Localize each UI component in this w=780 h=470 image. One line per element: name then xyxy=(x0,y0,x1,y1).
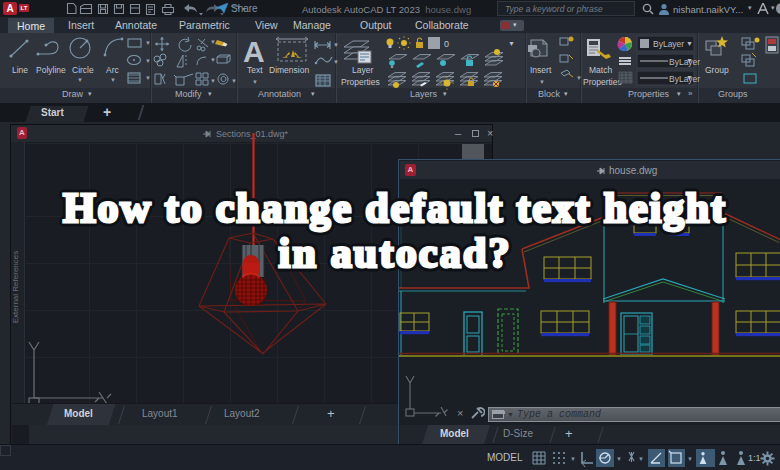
svg-text:»: » xyxy=(688,89,693,98)
svg-text:▼: ▼ xyxy=(570,456,576,462)
svg-text:▼: ▼ xyxy=(576,75,582,81)
svg-text:▼: ▼ xyxy=(686,74,693,81)
svg-text:▼: ▼ xyxy=(77,77,83,83)
svg-text:▼: ▼ xyxy=(638,456,644,462)
svg-text:ByLayer: ByLayer xyxy=(653,39,684,49)
svg-text:▼: ▼ xyxy=(686,57,693,64)
svg-text:▼: ▼ xyxy=(210,57,216,63)
svg-text:▾: ▾ xyxy=(311,90,315,97)
svg-text:▼: ▼ xyxy=(616,456,622,462)
svg-text:Modify: Modify xyxy=(175,89,202,99)
svg-text:▼: ▼ xyxy=(252,79,258,85)
svg-text:▼: ▼ xyxy=(210,78,216,84)
svg-text:ByLayer: ByLayer xyxy=(669,57,700,67)
svg-text:▼: ▼ xyxy=(686,40,693,47)
svg-text:▼: ▼ xyxy=(145,40,151,46)
svg-text:Groups: Groups xyxy=(718,89,748,99)
svg-text:ByLayer: ByLayer xyxy=(669,74,700,84)
svg-text:Match: Match xyxy=(589,65,612,75)
svg-text:Circle: Circle xyxy=(72,65,94,75)
svg-text:▼: ▼ xyxy=(333,59,339,65)
svg-text:Layers: Layers xyxy=(410,89,438,99)
svg-text:▾: ▾ xyxy=(564,90,568,97)
svg-text:Arc: Arc xyxy=(106,65,120,75)
svg-text:Annotation: Annotation xyxy=(258,89,301,99)
svg-text:▾: ▾ xyxy=(677,90,681,97)
svg-text:▼: ▼ xyxy=(231,78,237,84)
svg-text:Group: Group xyxy=(705,65,729,75)
svg-text:Dimension: Dimension xyxy=(269,65,309,75)
svg-text:Layer: Layer xyxy=(352,65,373,75)
svg-text:Polyline: Polyline xyxy=(36,65,66,75)
svg-text:▾: ▾ xyxy=(208,90,212,97)
svg-text:Properties: Properties xyxy=(341,77,380,87)
svg-text:▾: ▾ xyxy=(88,90,92,97)
svg-text:0: 0 xyxy=(444,39,449,49)
svg-text:▼: ▼ xyxy=(539,79,545,85)
svg-text:1:1: 1:1 xyxy=(748,453,761,463)
svg-text:Block: Block xyxy=(538,89,561,99)
svg-text:▼: ▼ xyxy=(333,42,339,48)
svg-text:▼: ▼ xyxy=(508,40,515,47)
svg-text:▾: ▾ xyxy=(443,90,447,97)
svg-text:Properties: Properties xyxy=(583,77,622,87)
svg-text:Line: Line xyxy=(12,65,28,75)
svg-text:▼: ▼ xyxy=(145,58,151,64)
svg-text:Properties: Properties xyxy=(628,89,670,99)
svg-text:▼: ▼ xyxy=(210,39,216,45)
svg-text:Draw: Draw xyxy=(62,89,84,99)
svg-text:Text: Text xyxy=(247,65,263,75)
svg-text:A: A xyxy=(243,35,265,68)
svg-text:▼: ▼ xyxy=(145,75,151,81)
svg-text:Insert: Insert xyxy=(530,65,552,75)
svg-text:▼: ▼ xyxy=(687,456,693,462)
svg-text:▼: ▼ xyxy=(110,77,116,83)
